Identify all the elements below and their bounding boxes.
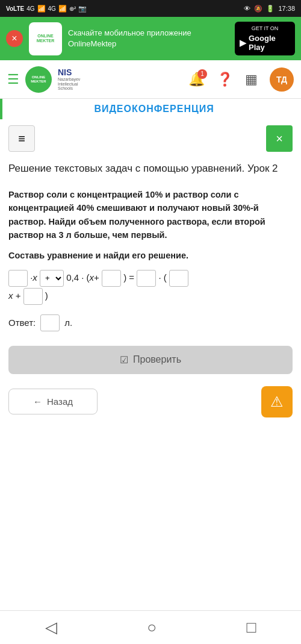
signal-4g-2-icon: 4G bbox=[48, 5, 56, 12]
status-left: VoLTE 4G 📶 4G 📶 ⊕² 📷 bbox=[6, 5, 87, 13]
eye-icon: 👁 bbox=[244, 5, 250, 12]
eq-operator-select[interactable]: + - bbox=[40, 270, 64, 287]
toolbar-menu-button[interactable]: ≡ bbox=[8, 125, 35, 152]
google-play-bottom-label: ▶ Google Play bbox=[240, 34, 290, 52]
nis-top-label: NIS bbox=[58, 67, 72, 77]
wifi-icon: 📶 bbox=[58, 5, 67, 13]
eq-input-5[interactable] bbox=[23, 288, 43, 305]
eq-input-4[interactable] bbox=[169, 270, 188, 287]
check-icon: ☑ bbox=[120, 354, 128, 366]
screen-record-icon: ⊕² bbox=[69, 5, 76, 12]
answer-row: Ответ: л. bbox=[8, 314, 293, 331]
toolbar-close-button[interactable]: × bbox=[266, 125, 293, 152]
answer-input[interactable] bbox=[40, 314, 60, 331]
eq-x-plus: x bbox=[8, 290, 13, 301]
google-play-button[interactable]: GET IT ON ▶ Google Play bbox=[235, 22, 295, 55]
eq-plus-sign: + bbox=[16, 290, 21, 301]
eq-close2: ) bbox=[45, 290, 48, 301]
volte-icon: VoLTE bbox=[6, 5, 24, 12]
nav-nis-logo: NIS NazarbayevIntellectualSchools bbox=[58, 67, 80, 91]
signal-bars-icon: 📶 bbox=[37, 5, 46, 13]
status-right: 👁 🔕 🔋 17:38 bbox=[244, 5, 295, 13]
eq-close1: ) = bbox=[123, 272, 137, 283]
toolbar-row: ≡ × bbox=[8, 125, 293, 152]
nav-bar: ☰ ONLINEMEKTER NIS NazarbayevIntellectua… bbox=[0, 60, 301, 99]
equation-area: ·x + - 0,4 · (x+ ) = · ( x + ) bbox=[8, 269, 293, 305]
nis-bottom-label: NazarbayevIntellectualSchools bbox=[58, 77, 80, 91]
check-label: Проверить bbox=[133, 354, 181, 365]
nav-question-icon[interactable]: ❓ bbox=[217, 72, 233, 87]
warning-button[interactable]: ⚠ bbox=[261, 386, 293, 417]
nav-avatar[interactable]: ТД bbox=[270, 67, 294, 92]
back-label: Назад bbox=[47, 396, 73, 407]
recents-nav-icon[interactable]: □ bbox=[247, 618, 256, 637]
signal-4g-icon: 4G bbox=[26, 5, 34, 12]
content-area: ≡ × Решение текстовых задач с помощью ур… bbox=[0, 119, 301, 436]
answer-label: Ответ: bbox=[8, 317, 36, 328]
camera-icon: 📷 bbox=[78, 5, 87, 13]
promo-logo: ONLINEMEKTER bbox=[29, 22, 62, 55]
nav-menu-icon[interactable]: ☰ bbox=[7, 72, 19, 87]
status-bar: VoLTE 4G 📶 4G 📶 ⊕² 📷 👁 🔕 🔋 17:38 bbox=[0, 0, 301, 17]
video-conference-bar: ВИДЕОКОНФЕРЕНЦИЯ bbox=[0, 99, 301, 119]
google-play-top-label: GET IT ON bbox=[252, 25, 279, 31]
answer-unit: л. bbox=[64, 317, 72, 328]
eq-input-1[interactable] bbox=[8, 270, 28, 287]
promo-close-button[interactable]: × bbox=[6, 30, 23, 47]
promo-text: Скачайте мобильное приложение OnlineMekt… bbox=[68, 28, 229, 49]
back-button[interactable]: ← Назад bbox=[8, 389, 98, 414]
problem-text: Раствор соли с концентрацией 10% и раств… bbox=[8, 188, 293, 242]
bottom-row: ← Назад ⚠ bbox=[8, 386, 293, 417]
back-arrow-icon: ← bbox=[33, 396, 42, 407]
eq-04: 0,4 · (x+ bbox=[66, 272, 99, 283]
check-button[interactable]: ☑ Проверить bbox=[8, 346, 293, 374]
nav-online-logo: ONLINEMEKTER bbox=[25, 66, 52, 93]
eq-input-3[interactable] bbox=[137, 270, 156, 287]
battery-icon: 🔋 bbox=[266, 5, 275, 13]
nav-grid-icon[interactable]: ▦ bbox=[245, 72, 258, 87]
lesson-title: Решение текстовых задач с помощью уравне… bbox=[8, 161, 293, 176]
mute-icon: 🔕 bbox=[254, 5, 262, 13]
play-triangle-icon: ▶ bbox=[240, 38, 246, 48]
problem-instruction: Составь уравнение и найди его решение. bbox=[8, 251, 293, 260]
eq-dot-x: ·x bbox=[30, 272, 40, 283]
home-nav-icon[interactable]: ○ bbox=[147, 618, 157, 637]
eq-mul-open: · ( bbox=[158, 272, 166, 283]
nav-bell[interactable]: 🔔 1 bbox=[188, 72, 205, 87]
back-nav-icon[interactable]: ◁ bbox=[45, 618, 57, 637]
promo-banner: × ONLINEMEKTER Скачайте мобильное прилож… bbox=[0, 17, 301, 60]
eq-input-2[interactable] bbox=[102, 270, 121, 287]
bell-badge: 1 bbox=[197, 69, 207, 79]
bottom-navigation: ◁ ○ □ bbox=[0, 610, 301, 644]
time-display: 17:38 bbox=[278, 5, 295, 12]
